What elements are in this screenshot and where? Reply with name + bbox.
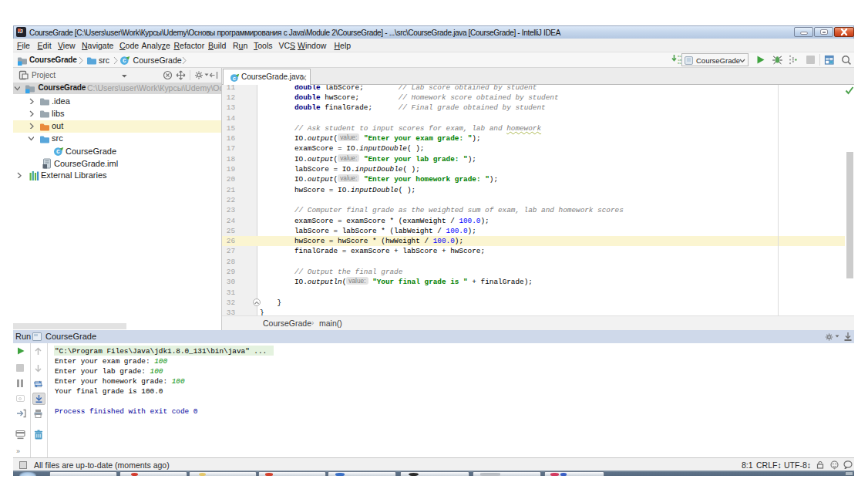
svg-text:c: c [123,57,126,64]
svg-text:c: c [56,148,60,155]
